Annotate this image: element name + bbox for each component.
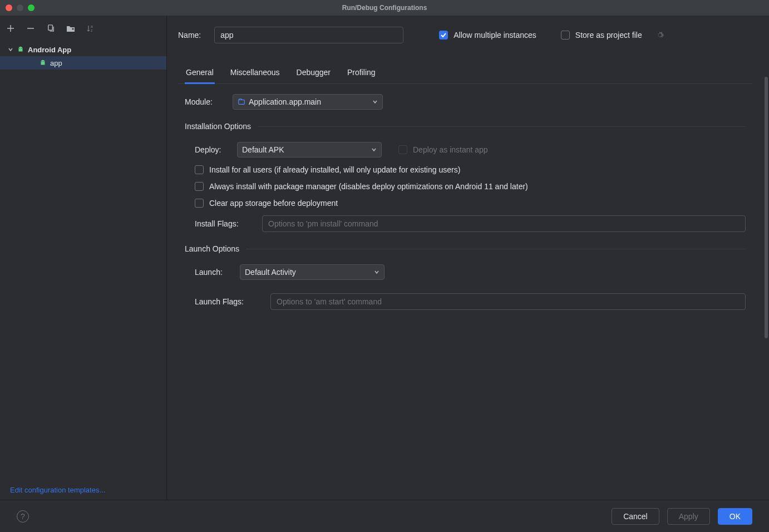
deploy-label: Deploy: <box>195 145 228 154</box>
deploy-value: Default APK <box>242 145 284 154</box>
installation-legend: Installation Options <box>185 122 746 131</box>
install-flags-input[interactable] <box>262 215 746 232</box>
chevron-down-icon <box>372 99 378 105</box>
close-window-icon[interactable] <box>6 4 12 11</box>
name-label: Name: <box>178 31 201 40</box>
chevron-down-icon <box>8 47 13 52</box>
tab-miscellaneous[interactable]: Miscellaneous <box>229 63 281 84</box>
checkbox-icon <box>195 165 204 174</box>
android-icon <box>17 46 24 53</box>
module-select[interactable]: Application.app.main <box>233 94 383 110</box>
config-tree: Android App app <box>0 41 166 480</box>
allow-multiple-label: Allow multiple instances <box>453 31 536 40</box>
svg-point-5 <box>42 61 42 62</box>
launch-select[interactable]: Default Activity <box>240 264 384 280</box>
store-project-label: Store as project file <box>575 31 642 40</box>
checkbox-icon <box>195 199 204 208</box>
help-icon[interactable]: ? <box>17 510 29 523</box>
install-flags-label: Install Flags: <box>195 219 253 228</box>
tree-item-label: app <box>50 59 62 67</box>
module-icon <box>238 98 245 106</box>
remove-icon[interactable] <box>26 23 36 33</box>
svg-point-3 <box>19 48 20 48</box>
window-title: Run/Debug Configurations <box>342 4 427 12</box>
chevron-down-icon <box>374 269 379 275</box>
deploy-instant-label: Deploy as instant app <box>413 145 488 154</box>
titlebar: Run/Debug Configurations <box>0 0 769 16</box>
zoom-window-icon[interactable] <box>28 4 34 11</box>
minimize-window-icon <box>17 4 23 11</box>
deploy-select[interactable]: Default APK <box>237 142 382 157</box>
tab-general[interactable]: General <box>185 63 215 84</box>
checkbox-checked-icon <box>439 31 448 40</box>
clear-storage-label: Clear app storage before deployment <box>209 199 338 208</box>
svg-text:z: z <box>91 28 93 32</box>
module-value: Application.app.main <box>249 97 321 106</box>
name-input[interactable] <box>214 27 403 43</box>
window-controls <box>0 4 34 11</box>
checkbox-icon <box>398 145 407 154</box>
svg-text:a: a <box>91 24 93 28</box>
always-pm-label: Always install with package manager (dis… <box>209 182 528 191</box>
svg-rect-7 <box>239 100 245 105</box>
scrollbar[interactable] <box>765 77 768 338</box>
add-icon[interactable] <box>6 23 16 33</box>
footer: ? Cancel Apply OK <box>0 500 769 532</box>
always-pm-checkbox[interactable]: Always install with package manager (dis… <box>195 182 746 191</box>
clear-storage-checkbox[interactable]: Clear app storage before deployment <box>195 199 746 208</box>
tree-category-android-app[interactable]: Android App <box>0 43 166 56</box>
allow-multiple-checkbox[interactable]: Allow multiple instances <box>439 31 536 40</box>
tab-profiling[interactable]: Profiling <box>346 63 377 84</box>
launch-flags-input[interactable] <box>270 293 746 310</box>
cancel-button[interactable]: Cancel <box>612 508 659 525</box>
content: Name: Allow multiple instances Store as … <box>167 16 769 500</box>
svg-rect-0 <box>48 25 52 30</box>
install-all-users-label: Install for all users (if already instal… <box>209 165 460 174</box>
svg-point-4 <box>21 48 22 48</box>
tab-debugger[interactable]: Debugger <box>295 63 332 84</box>
store-project-checkbox[interactable]: Store as project file <box>561 31 642 40</box>
checkbox-icon <box>561 31 570 40</box>
svg-point-6 <box>43 61 44 62</box>
launch-legend: Launch Options <box>185 244 746 253</box>
sidebar-toolbar: az <box>0 16 166 41</box>
sidebar: az Android App app Edit configurat <box>0 16 167 500</box>
module-label: Module: <box>185 97 224 106</box>
launch-label: Launch: <box>195 268 231 277</box>
checkbox-icon <box>195 182 204 191</box>
tabs: General Miscellaneous Debugger Profiling <box>178 63 752 84</box>
gear-icon[interactable] <box>655 31 664 40</box>
apply-button: Apply <box>667 508 710 525</box>
install-all-users-checkbox[interactable]: Install for all users (if already instal… <box>195 165 746 174</box>
edit-templates-link[interactable]: Edit configuration templates... <box>10 486 105 494</box>
chevron-down-icon <box>371 147 377 152</box>
android-icon <box>39 59 47 67</box>
ok-button[interactable]: OK <box>718 508 752 525</box>
launch-flags-label: Launch Flags: <box>195 297 262 306</box>
folder-icon[interactable] <box>66 23 76 33</box>
tree-item-app[interactable]: app <box>0 56 166 70</box>
copy-icon[interactable] <box>46 23 56 33</box>
deploy-instant-checkbox: Deploy as instant app <box>398 145 488 154</box>
launch-value: Default Activity <box>245 268 296 277</box>
tree-category-label: Android App <box>28 46 71 54</box>
sort-icon[interactable]: az <box>86 23 96 33</box>
